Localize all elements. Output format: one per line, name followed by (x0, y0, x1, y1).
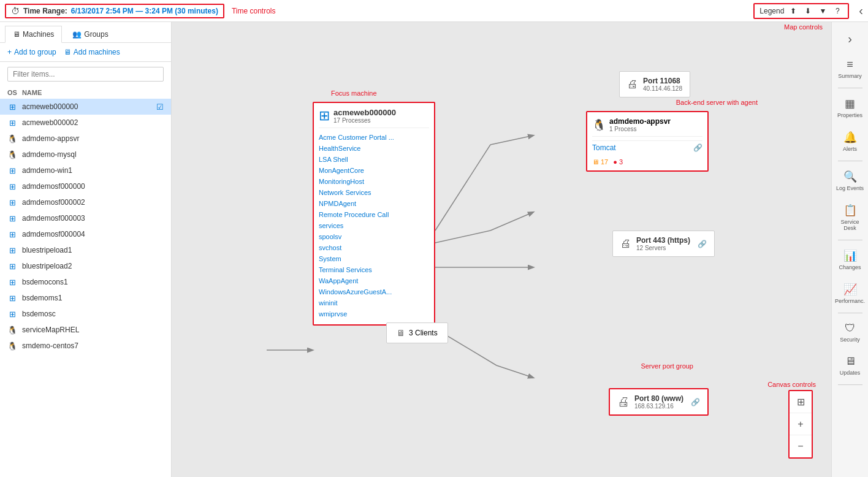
machine-item[interactable]: ⊞bluestripeload1 (0, 242, 171, 258)
add-machines-action[interactable]: 🖥 Add machines (64, 48, 120, 56)
updates-icon: 🖥 (845, 355, 856, 368)
machine-item[interactable]: 🐧smdemo-centos7 (0, 338, 171, 354)
process-item[interactable]: wininit (319, 297, 429, 308)
machine-item[interactable]: ⊞bsdemoms1 (0, 290, 171, 306)
process-item[interactable]: WaAppAgent (319, 275, 429, 286)
right-panel-item-performance[interactable]: 📈Performanc. (832, 278, 868, 309)
legend-filter-icon[interactable]: ▼ (817, 6, 828, 17)
map-connections (172, 22, 831, 477)
add-to-group-action[interactable]: + Add to group (7, 48, 56, 56)
svg-line-1 (435, 145, 490, 231)
right-panel-item-updates[interactable]: 🖥Updates (832, 350, 868, 381)
performance-icon: 📈 (843, 283, 857, 296)
legend-help-icon[interactable]: ? (832, 6, 843, 17)
backend-header: 🐧 admdemo-appsvr 1 Process (592, 117, 702, 137)
plus-icon: + (7, 48, 12, 56)
machine-item[interactable]: ⊞bsdemocons1 (0, 274, 171, 290)
time-range-value: 6/13/2017 2:54 PM — 3:24 PM (30 minutes) (71, 7, 218, 15)
sidebar-actions: + Add to group 🖥 Add machines (0, 43, 171, 62)
machine-name: acmeweb000002 (22, 118, 164, 127)
right-panel-item-summary[interactable]: ≡Summary (832, 53, 868, 84)
process-item[interactable]: HealthService (319, 143, 429, 154)
right-panel-item-log-events[interactable]: 🔍Log Events (832, 165, 868, 196)
zoom-out-button[interactable]: − (790, 435, 812, 457)
windows-icon: ⊞ (7, 181, 17, 191)
log-events-icon: 🔍 (843, 170, 857, 183)
close-icon[interactable]: ‹ (859, 4, 863, 18)
focus-machine-header: ⊞ acmeweb000000 17 Processes (319, 108, 429, 128)
machine-item[interactable]: ⊞admdemosf000002 (0, 194, 171, 210)
server-port-label: Server port group (641, 362, 693, 370)
back-button[interactable]: › (843, 27, 857, 51)
machine-name: bsdemosc (22, 310, 164, 318)
machine-name: bluestripeload1 (22, 246, 164, 254)
port-443-box[interactable]: 🖨 Port 443 (https) 12 Servers 🔗 (612, 231, 715, 257)
process-item[interactable]: WindowsAzureGuestA... (319, 286, 429, 297)
process-item[interactable]: NPMDAgent (319, 198, 429, 209)
zoom-in-button[interactable]: + (790, 413, 812, 435)
map-area[interactable]: Focus machine Back-end server with agent… (172, 22, 831, 477)
windows-icon: ⊞ (7, 293, 17, 303)
machine-item[interactable]: ⊞acmeweb000000☑ (0, 99, 171, 115)
client-group-box[interactable]: 🖥 3 Clients (386, 322, 448, 343)
process-item[interactable]: Acme Customer Portal ... (319, 132, 429, 143)
canvas-controls-label: Canvas controls (767, 381, 816, 388)
right-panel-label: Performanc. (835, 298, 865, 304)
machine-item[interactable]: 🐧admdemo-mysql (0, 147, 171, 162)
svg-line-7 (497, 365, 533, 378)
machine-item[interactable]: 🐧serviceMapRHEL (0, 322, 171, 338)
service-desk-icon: 📋 (843, 204, 857, 217)
server-port-group-box[interactable]: 🖨 Port 80 (www) 168.63.129.16 🔗 (609, 388, 709, 416)
right-panel-item-security[interactable]: 🛡Security (832, 317, 868, 348)
process-item[interactable]: LSA Shell (319, 154, 429, 165)
machine-item[interactable]: ⊞admdemo-win1 (0, 162, 171, 178)
windows-icon: ⊞ (7, 102, 17, 112)
process-item[interactable]: Remote Procedure Call (319, 209, 429, 220)
process-item[interactable]: MonAgentCore (319, 165, 429, 176)
process-item[interactable]: svchost (319, 242, 429, 253)
machine-item[interactable]: 🐧admdemo-appsvr (0, 131, 171, 147)
right-panel-item-properties[interactable]: ▦Properties (832, 92, 868, 123)
process-item[interactable]: wmiprvse (319, 308, 429, 319)
machine-name: admdemosf000004 (22, 230, 164, 238)
right-panel-item-changes[interactable]: 📊Changes (832, 244, 868, 275)
badge-yellow-count: 17 (601, 158, 608, 166)
machine-item[interactable]: ⊞bluestripeload2 (0, 258, 171, 274)
canvas-controls: ⊞ + − (788, 390, 813, 459)
right-panel-label: Alerts (843, 146, 857, 152)
machine-item[interactable]: ⊞bsdemosc (0, 306, 171, 322)
process-list: Acme Customer Portal ...HealthServiceLSA… (319, 132, 429, 319)
time-range[interactable]: ⏱ Time Range: 6/13/2017 2:54 PM — 3:24 P… (5, 4, 224, 18)
right-panel-item-alerts[interactable]: 🔔Alerts (832, 126, 868, 157)
process-item[interactable]: spoolsv (319, 231, 429, 242)
tomcat-row: Tomcat 🔗 (592, 140, 702, 155)
legend-up-icon[interactable]: ⬆ (788, 6, 799, 17)
tomcat-name[interactable]: Tomcat (592, 143, 690, 152)
machine-item[interactable]: ⊞acmeweb000002 (0, 115, 171, 131)
machine-item[interactable]: ⊞admdemosf000003 (0, 210, 171, 226)
backend-label: Back-end server with agent (676, 99, 758, 106)
right-panel-item-service-desk[interactable]: 📋Service Desk (832, 199, 868, 236)
process-item[interactable]: services (319, 220, 429, 231)
port-11068-box[interactable]: 🖨 Port 11068 40.114.46.128 (619, 71, 690, 97)
machine-name: admdemo-appsvr (22, 134, 164, 143)
tab-groups[interactable]: 👥 Groups (64, 26, 116, 42)
linux-icon: 🐧 (7, 134, 17, 143)
process-item[interactable]: MonitoringHost (319, 176, 429, 187)
fit-view-button[interactable]: ⊞ (790, 391, 812, 413)
port-icon-443: 🖨 (620, 237, 631, 250)
machine-name: serviceMapRHEL (22, 326, 164, 334)
focus-machine-name[interactable]: acmeweb000000 (333, 108, 396, 117)
process-item[interactable]: System (319, 253, 429, 264)
right-panel-label: Summary (838, 73, 862, 79)
filter-input[interactable] (7, 67, 164, 82)
backend-name[interactable]: admdemo-appsvr (609, 117, 671, 126)
process-item[interactable]: Network Services (319, 187, 429, 198)
legend-down-icon[interactable]: ⬇ (802, 6, 813, 17)
tab-machines[interactable]: 🖥 Machines (5, 26, 62, 43)
port-80-link-icon: 🔗 (691, 398, 700, 406)
machine-item[interactable]: ⊞admdemosf000004 (0, 226, 171, 242)
machine-item[interactable]: ⊞admdemosf000000 (0, 178, 171, 194)
machine-name: smdemo-centos7 (22, 342, 164, 350)
process-item[interactable]: Terminal Services (319, 264, 429, 275)
